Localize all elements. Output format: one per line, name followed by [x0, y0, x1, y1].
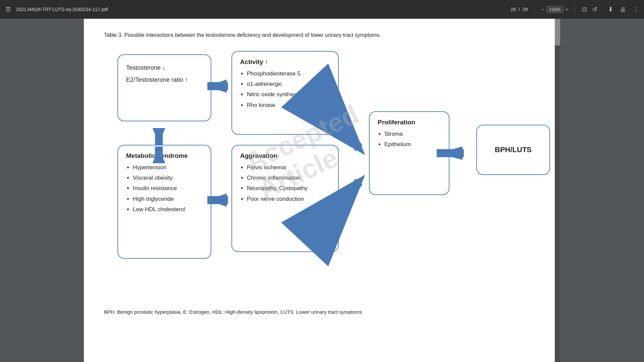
zoom-plus-button[interactable]: + [566, 7, 568, 12]
scrollbar[interactable] [555, 19, 560, 362]
proliferation-title: Proliferation [378, 119, 441, 126]
activity-item-2: α1-adrenergic [247, 79, 330, 88]
metabolic-content: Hypertension Visceral obesity Insulin re… [126, 163, 203, 214]
more-options-icon[interactable]: ⋮ [633, 6, 639, 13]
pdf-page: Table 3. Possible interactions between t… [84, 19, 560, 362]
activity-box: Activity ↑ Phosphodiesterase 5 α1-adrene… [231, 51, 339, 135]
aggravation-item-3: Neuropathy, Cystopathy [247, 184, 330, 193]
metabolic-item-4: High triglyceride [133, 194, 203, 203]
bph-box: BPH/LUTS [476, 125, 550, 175]
aggravation-title: Aggravation [240, 152, 330, 160]
page-separator: / [519, 7, 520, 12]
metabolic-item-3: Insulin resistance [133, 184, 203, 193]
aggravation-content: Pelvis ischemia Chronic inflammation Neu… [240, 163, 330, 203]
page-current: 29 [511, 7, 516, 12]
metabolic-title: Metabolic syndrome [126, 152, 203, 160]
page-total: 29 [523, 7, 528, 12]
activity-item-3: Nitric oxide synthase [247, 90, 330, 99]
metabolic-box: Metabolic syndrome Hypertension Visceral… [117, 145, 211, 259]
activity-title: Activity ↑ [240, 58, 330, 66]
zoom-controls: − 110% + [541, 6, 568, 13]
svg-rect-14 [155, 128, 163, 145]
bph-text: BPH/LUTS [495, 145, 532, 154]
filename-label: 2021JAN28-TRT-LUTS-inj-2040234-117.pdf [16, 7, 108, 12]
testosterone-line1: Testosterone ↓ [126, 62, 203, 74]
divider-2 [575, 5, 575, 13]
activity-item-1: Phosphodiesterase 5 [247, 69, 330, 78]
diagram: Testosterone ↓ E2/Testosterone ratio ↑ A… [104, 48, 540, 302]
footnote: BPH: Benign prostatic hyperplasia, E: Es… [104, 309, 540, 315]
toolbar: ☰ 2021JAN28-TRT-LUTS-inj-2040234-117.pdf… [0, 0, 644, 19]
proliferation-item-2: Epithelium [384, 140, 441, 149]
testosterone-box: Testosterone ↓ E2/Testosterone ratio ↑ [117, 54, 211, 121]
metabolic-item-1: Hypertension [133, 163, 203, 172]
download-icon[interactable]: ⬇ [608, 6, 613, 13]
print-icon[interactable]: 🖨 [620, 6, 626, 13]
testosterone-line2: E2/Testosterone ratio ↑ [126, 74, 203, 86]
menu-icon[interactable]: ☰ [5, 6, 11, 13]
toolbar-right: ⬇ 🖨 ⋮ [608, 6, 639, 13]
zoom-minus-button[interactable]: − [541, 7, 544, 12]
fit-page-icon[interactable]: ⊡ [582, 6, 587, 13]
aggravation-item-1: Pelvis ischemia [247, 163, 330, 172]
content-area: Table 3. Possible interactions between t… [0, 19, 644, 362]
zoom-level[interactable]: 110% [546, 6, 564, 13]
aggravation-item-4: Poor nerve conduction [247, 194, 330, 203]
activity-item-4: Rho kinase [247, 101, 330, 110]
proliferation-item-1: Stroma [384, 129, 441, 138]
metabolic-item-5: Low HDL cholesterol [133, 205, 203, 214]
svg-marker-13 [152, 128, 165, 143]
testosterone-content: Testosterone ↓ E2/Testosterone ratio ↑ [126, 62, 203, 86]
activity-content: Phosphodiesterase 5 α1-adrenergic Nitric… [240, 69, 330, 110]
proliferation-box: Proliferation Stroma Epithelium [369, 111, 449, 195]
metabolic-item-2: Visceral obesity [133, 173, 203, 182]
divider-1 [534, 5, 535, 13]
aggravation-box: Aggravation Pelvis ischemia Chronic infl… [231, 145, 339, 252]
rotate-icon[interactable]: ↺ [592, 6, 597, 13]
pagination: 29 / 29 [511, 7, 528, 12]
proliferation-content: Stroma Epithelium [378, 129, 441, 149]
table-caption: Table 3. Possible interactions between t… [104, 32, 540, 38]
scrollbar-thumb[interactable] [555, 19, 560, 46]
aggravation-item-2: Chronic inflammation [247, 173, 330, 182]
